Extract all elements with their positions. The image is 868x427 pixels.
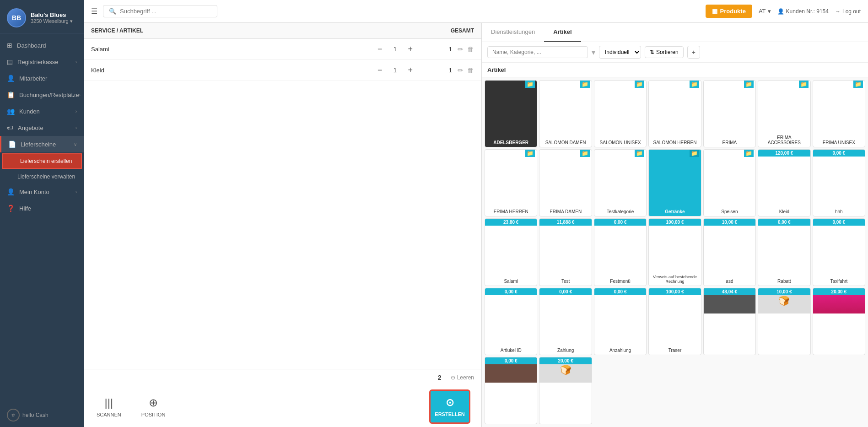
product-card-pink[interactable]: 20,00 € bbox=[813, 288, 865, 355]
product-card-salomon-unisex[interactable]: 📁 SALOMON UNISEX bbox=[594, 80, 647, 147]
product-card-festmenu[interactable]: 0,00 € Festmenü bbox=[594, 218, 647, 286]
folder-icon: 📁 bbox=[525, 81, 535, 88]
filter-select[interactable]: Individuell bbox=[599, 46, 641, 59]
price-badge: 0,00 € bbox=[594, 219, 646, 226]
product-card-getraenke[interactable]: 📁 Getränke bbox=[648, 149, 701, 216]
product-card-salomon-herren[interactable]: 📁 SALOMON HERREN bbox=[648, 80, 701, 147]
product-card-zahlung[interactable]: 0,00 € Zahlung bbox=[539, 288, 592, 355]
product-card-erima-herren[interactable]: 📁 ERIMA HERREN bbox=[485, 149, 537, 216]
price-badge: 100,00 € bbox=[649, 219, 701, 226]
product-card-test[interactable]: 11,888 € Test bbox=[539, 218, 592, 286]
chevron-icon: › bbox=[75, 109, 77, 114]
dropdown-arrow-icon: ▾ bbox=[592, 48, 595, 57]
sidebar-item-mitarbeiter[interactable]: 👤Mitarbeiter bbox=[0, 70, 84, 86]
product-card-artikel-id[interactable]: 0,00 € Artiukel ID bbox=[485, 288, 537, 355]
product-card-adelsberger[interactable]: 📁 ADELSBERGER bbox=[485, 80, 537, 147]
sidebar-item-buchungen[interactable]: 📋Buchungen/Restplätze › bbox=[0, 86, 84, 103]
sidebar-item-angebote[interactable]: 🏷Angebote › bbox=[0, 119, 84, 136]
mitarbeiter-icon: 👤 bbox=[7, 75, 15, 82]
product-card-asd[interactable]: 10,00 € asd bbox=[703, 218, 756, 286]
country-selector[interactable]: AT ▾ bbox=[759, 8, 771, 15]
sort-button[interactable]: ⇅ Sortieren bbox=[645, 46, 684, 58]
product-card-rabatt[interactable]: 0,00 € Rabatt bbox=[758, 218, 810, 286]
chevron-icon: › bbox=[75, 125, 77, 130]
logout-button[interactable]: → Log out bbox=[835, 8, 861, 15]
leeren-button[interactable]: ⊙ Leeren bbox=[451, 374, 474, 381]
folder-icon: 📁 bbox=[853, 81, 863, 88]
order-panel: SERVICE / ARTIKEL GESAMT Salami − 1 + 1 … bbox=[84, 23, 482, 427]
qty-decrease-kleid[interactable]: − bbox=[375, 65, 385, 76]
avatar: BB bbox=[7, 8, 26, 27]
price-badge: 0,00 € bbox=[539, 288, 591, 295]
tab-artikel[interactable]: Artikel bbox=[544, 23, 581, 42]
registrierkasse-icon: ▤ bbox=[7, 58, 13, 65]
search-bar: 🔍 bbox=[103, 5, 217, 17]
add-product-button[interactable]: + bbox=[687, 46, 700, 59]
sidebar-item-mein-konto[interactable]: 👤Mein Konto › bbox=[0, 184, 84, 200]
delete-kleid-button[interactable]: 🗑 bbox=[467, 66, 474, 75]
products-grid: 📁 ADELSBERGER 📁 SALOMON DAMEN 📁 SALOMON … bbox=[482, 77, 868, 427]
product-card-dark[interactable]: 48,04 € bbox=[703, 288, 756, 355]
delete-salami-button[interactable]: 🗑 bbox=[467, 45, 474, 54]
main-content: ☰ 🔍 ▦ Produkte AT ▾ 👤 Kunden Nr.: 9154 →… bbox=[84, 0, 868, 427]
qty-increase-kleid[interactable]: + bbox=[405, 65, 415, 76]
product-card-speisen[interactable]: 📁 Speisen bbox=[703, 149, 756, 216]
product-card-toaster2[interactable]: 20,00 € 🍞 bbox=[539, 357, 592, 424]
search-input[interactable] bbox=[120, 8, 211, 15]
hello-cash-icon: ✿ bbox=[7, 409, 20, 422]
folder-icon: 📁 bbox=[799, 81, 809, 88]
product-search-input[interactable] bbox=[487, 46, 588, 58]
qty-control-kleid: − 1 + bbox=[375, 65, 415, 76]
sidebar-item-label: Mein Konto bbox=[19, 189, 49, 195]
item-total-salami: 1 bbox=[425, 46, 452, 53]
tab-dienstleistungen[interactable]: Dienstleistungen bbox=[482, 23, 544, 42]
product-card-kleid[interactable]: 120,00 € Kleid bbox=[758, 149, 810, 216]
product-card-erima[interactable]: 📁 ERIMA bbox=[703, 80, 756, 147]
product-card-hhh[interactable]: 0,00 € hhh bbox=[813, 149, 865, 216]
product-card-erima-accessoires[interactable]: 📁 ERIMA ACCESSOIRES bbox=[758, 80, 810, 147]
topbar-right: ▦ Produkte AT ▾ 👤 Kunden Nr.: 9154 → Log… bbox=[706, 5, 861, 18]
folder-icon: 📁 bbox=[635, 150, 644, 157]
scannen-button[interactable]: ||| SCANNEN bbox=[91, 393, 127, 421]
sidebar-item-label: Buchungen/Restplätze bbox=[19, 92, 79, 98]
sidebar-item-lieferscheine[interactable]: 📄Lieferscheine ∨ bbox=[0, 136, 84, 152]
price-badge: 11,888 € bbox=[539, 219, 591, 226]
qty-increase-salami[interactable]: + bbox=[405, 43, 415, 55]
order-footer: 2 ⊙ Leeren bbox=[84, 369, 481, 386]
product-card-toaster1[interactable]: 10,00 € 🍞 bbox=[758, 288, 810, 355]
content-area: SERVICE / ARTIKEL GESAMT Salami − 1 + 1 … bbox=[84, 23, 868, 427]
product-card-erima-unisex[interactable]: 📁 ERIMA UNISEX bbox=[813, 80, 865, 147]
hamburger-button[interactable]: ☰ bbox=[91, 7, 97, 16]
erstellen-button[interactable]: ⊙ ERSTELLEN bbox=[429, 389, 470, 424]
product-card-traser[interactable]: 100,00 € Traser bbox=[648, 288, 701, 355]
sidebar-item-registrierkasse[interactable]: ▤Registrierkasse › bbox=[0, 54, 84, 70]
produkte-icon: ▦ bbox=[712, 8, 717, 15]
sidebar-item-label: Mitarbeiter bbox=[19, 75, 47, 82]
order-row-salami: Salami − 1 + 1 ✏ 🗑 bbox=[84, 39, 481, 60]
product-card-erima-damen[interactable]: 📁 ERIMA DAMEN bbox=[539, 149, 592, 216]
price-badge: 0,00 € bbox=[813, 150, 865, 157]
chevron-icon: › bbox=[75, 189, 77, 195]
sidebar-item-label: Hilfe bbox=[19, 205, 31, 212]
price-badge: 0,00 € bbox=[758, 219, 810, 226]
scannen-label: SCANNEN bbox=[97, 412, 121, 417]
edit-salami-button[interactable]: ✏ bbox=[458, 45, 464, 54]
sidebar-item-hilfe[interactable]: ❓Hilfe bbox=[0, 200, 84, 216]
position-button[interactable]: ⊕ POSITION bbox=[136, 393, 171, 421]
sidebar-item-dashboard[interactable]: ⊞Dashboard bbox=[0, 37, 84, 54]
sidebar-sub-lieferscheine-verwalten[interactable]: Lieferscheine verwalten bbox=[0, 170, 84, 184]
sidebar-sub-lieferschein-erstellen[interactable]: Lieferschein erstellen bbox=[2, 153, 82, 169]
qty-value-kleid: 1 bbox=[389, 67, 400, 74]
product-card-testkategorie[interactable]: 📁 Testkategorie bbox=[594, 149, 647, 216]
sidebar-item-kunden[interactable]: 👥Kunden › bbox=[0, 103, 84, 119]
product-card-anzahlung[interactable]: 0,00 € Anzahlung bbox=[594, 288, 647, 355]
product-card-salomon-damen[interactable]: 📁 SALOMON DAMEN bbox=[539, 80, 592, 147]
qty-decrease-salami[interactable]: − bbox=[375, 43, 385, 55]
produkte-button[interactable]: ▦ Produkte bbox=[706, 5, 752, 18]
product-card-verweis[interactable]: 100,00 € Verweis auf bestehende Rechnung bbox=[648, 218, 701, 286]
sidebar-item-label: Kunden bbox=[19, 108, 40, 115]
product-card-taxifahrt[interactable]: 0,00 € Taxifahrt bbox=[813, 218, 865, 286]
edit-kleid-button[interactable]: ✏ bbox=[458, 66, 464, 75]
product-card-coffee[interactable]: 0,00 € bbox=[485, 357, 537, 424]
product-card-salami[interactable]: 23,80 € Salami bbox=[485, 218, 537, 286]
